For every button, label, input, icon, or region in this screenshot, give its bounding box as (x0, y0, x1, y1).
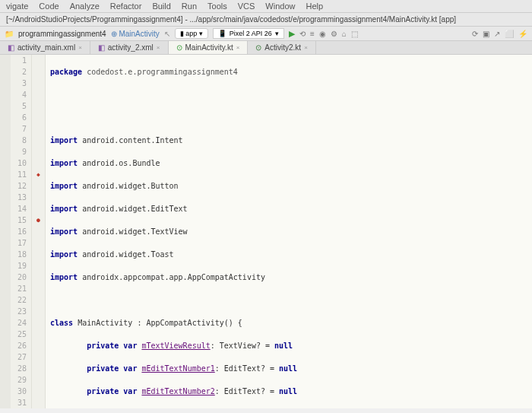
project-label[interactable]: programmingassignment4 (18, 30, 106, 38)
tab-activity-main-xml[interactable]: ◧activity_main.xml× (0, 41, 90, 54)
toolbar: 📁 programmingassignment4 ⊕ MainActivity … (0, 27, 532, 41)
line-gutter: 1234567891011121314151617181920212223242… (11, 55, 32, 408)
menu-bar: vigate Code Analyze Refactor Build Run T… (0, 0, 532, 13)
icon[interactable]: ⬚ (351, 30, 358, 38)
tab-main-activity-kt[interactable]: ⊙MainActivity.kt× (169, 41, 249, 54)
icon[interactable]: ⌂ (342, 30, 347, 38)
menu-item[interactable]: Tools (207, 2, 227, 11)
stop-icon[interactable]: ◉ (319, 30, 326, 38)
project-folder-icon: 📁 (5, 30, 14, 38)
device-dropdown[interactable]: 📱 Pixel 2 API 26 ▾ (213, 28, 284, 39)
path-bar: [~/AndroidStudioProjects/Programmingassi… (0, 13, 532, 27)
icon[interactable]: ↗ (494, 30, 500, 38)
icon[interactable]: ⬜ (505, 30, 514, 38)
menu-item[interactable]: Code (39, 2, 59, 11)
tab-bar: ◧activity_main.xml× ◧activity_2.xml× ⊙Ma… (0, 41, 532, 55)
menu-item[interactable]: Refactor (110, 2, 142, 11)
close-icon[interactable]: × (157, 44, 160, 51)
code-editor[interactable]: 1234567891011121314151617181920212223242… (0, 55, 532, 408)
main-icon: ⊙ (176, 43, 182, 52)
menu-item[interactable]: Run (182, 2, 197, 11)
kt-icon: ⊙ (255, 43, 261, 52)
menu-item[interactable]: vigate (6, 2, 28, 11)
module-pill[interactable]: ▮ app ▾ (175, 28, 208, 39)
xml-icon: ◧ (8, 43, 14, 52)
menu-item[interactable]: VCS (238, 2, 255, 11)
run-button[interactable]: ▶ (289, 29, 295, 39)
close-icon[interactable]: × (236, 44, 240, 51)
code-area[interactable]: package codedost.e.programmingassignment… (46, 55, 532, 408)
close-icon[interactable]: × (304, 44, 308, 51)
menu-item[interactable]: Build (152, 2, 170, 11)
tab-activity2-kt[interactable]: ⊙Activity2.kt× (248, 41, 315, 54)
debug-icon[interactable]: ⟲ (299, 30, 306, 38)
icon[interactable]: ⚡ (518, 30, 527, 38)
gutter-markers: ◆● (32, 55, 46, 408)
nav-arrow-icon: ↖ (164, 30, 170, 38)
tab-activity-2-xml[interactable]: ◧activity_2.xml× (90, 41, 169, 54)
xml-icon: ◧ (98, 43, 105, 52)
menu-item[interactable]: Window (265, 2, 295, 11)
left-stripe (0, 55, 11, 408)
menu-item[interactable]: Help (306, 2, 323, 11)
sync-icon[interactable]: ⟳ (472, 30, 478, 38)
close-icon[interactable]: × (78, 44, 82, 51)
profile-icon[interactable]: ≡ (310, 30, 315, 38)
activity-label[interactable]: ⊕ MainActivity (111, 30, 160, 38)
menu-item[interactable]: Analyze (70, 2, 100, 11)
icon[interactable]: ▣ (483, 30, 489, 38)
icon[interactable]: ⚙ (331, 30, 337, 38)
